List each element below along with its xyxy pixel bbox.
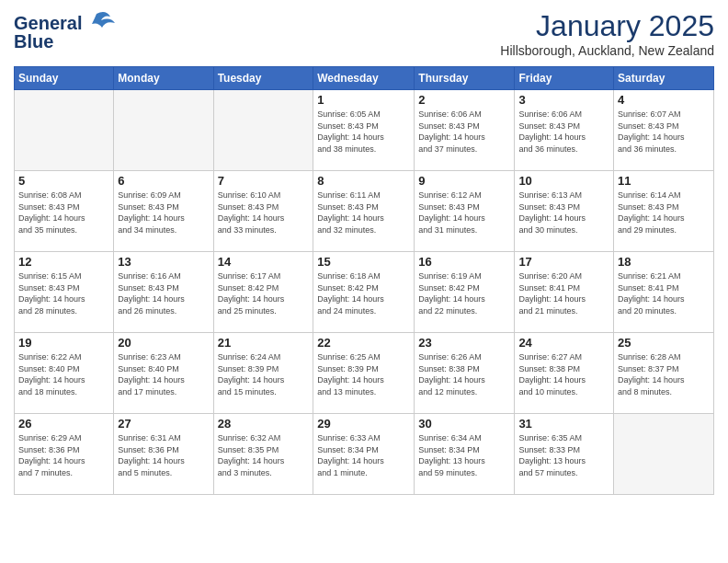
day-info: Sunrise: 6:17 AMSunset: 8:42 PMDaylight:… <box>218 270 310 316</box>
day-info: Sunrise: 6:12 AMSunset: 8:43 PMDaylight:… <box>418 190 510 236</box>
calendar-cell: 19Sunrise: 6:22 AMSunset: 8:40 PMDayligh… <box>15 333 114 414</box>
day-info: Sunrise: 6:19 AMSunset: 8:42 PMDaylight:… <box>418 270 510 316</box>
page-container: General Blue January 2025 Hillsborough, … <box>0 0 728 504</box>
calendar-cell: 31Sunrise: 6:35 AMSunset: 8:33 PMDayligh… <box>515 414 614 495</box>
day-number: 17 <box>518 255 609 269</box>
day-info: Sunrise: 6:32 AMSunset: 8:35 PMDaylight:… <box>218 432 310 478</box>
day-number: 3 <box>518 93 609 107</box>
day-number: 20 <box>118 336 209 350</box>
day-info: Sunrise: 6:06 AMSunset: 8:43 PMDaylight:… <box>518 109 609 155</box>
day-info: Sunrise: 6:29 AMSunset: 8:36 PMDaylight:… <box>18 432 109 478</box>
day-number: 21 <box>218 336 310 350</box>
day-number: 25 <box>618 336 710 350</box>
day-number: 23 <box>418 336 510 350</box>
day-info: Sunrise: 6:16 AMSunset: 8:43 PMDaylight:… <box>118 270 209 316</box>
day-number: 10 <box>518 174 609 188</box>
day-number: 9 <box>418 174 510 188</box>
day-number: 30 <box>418 417 510 431</box>
calendar-week-2: 5Sunrise: 6:08 AMSunset: 8:43 PMDaylight… <box>15 171 714 252</box>
calendar-cell: 8Sunrise: 6:11 AMSunset: 8:43 PMDaylight… <box>313 171 415 252</box>
day-number: 7 <box>218 174 310 188</box>
weekday-header-thursday: Thursday <box>415 67 515 90</box>
day-info: Sunrise: 6:05 AMSunset: 8:43 PMDaylight:… <box>317 109 410 155</box>
calendar-cell: 18Sunrise: 6:21 AMSunset: 8:41 PMDayligh… <box>614 252 714 333</box>
weekday-header-wednesday: Wednesday <box>313 67 415 90</box>
day-number: 5 <box>18 174 109 188</box>
calendar-week-1: 1Sunrise: 6:05 AMSunset: 8:43 PMDaylight… <box>15 90 714 171</box>
month-title: January 2025 <box>500 9 714 43</box>
calendar-cell: 28Sunrise: 6:32 AMSunset: 8:35 PMDayligh… <box>213 414 313 495</box>
calendar-cell: 30Sunrise: 6:34 AMSunset: 8:34 PMDayligh… <box>415 414 515 495</box>
calendar-cell: 26Sunrise: 6:29 AMSunset: 8:36 PMDayligh… <box>15 414 114 495</box>
day-info: Sunrise: 6:18 AMSunset: 8:42 PMDaylight:… <box>317 270 410 316</box>
calendar-cell: 21Sunrise: 6:24 AMSunset: 8:39 PMDayligh… <box>213 333 313 414</box>
day-number: 2 <box>418 93 510 107</box>
title-block: January 2025 Hillsborough, Auckland, New… <box>500 9 714 58</box>
calendar-cell: 27Sunrise: 6:31 AMSunset: 8:36 PMDayligh… <box>114 414 213 495</box>
calendar-cell: 1Sunrise: 6:05 AMSunset: 8:43 PMDaylight… <box>313 90 415 171</box>
calendar-cell: 22Sunrise: 6:25 AMSunset: 8:39 PMDayligh… <box>313 333 415 414</box>
calendar-cell: 5Sunrise: 6:08 AMSunset: 8:43 PMDaylight… <box>15 171 114 252</box>
day-number: 8 <box>317 174 410 188</box>
day-info: Sunrise: 6:33 AMSunset: 8:34 PMDaylight:… <box>317 432 410 478</box>
day-info: Sunrise: 6:26 AMSunset: 8:38 PMDaylight:… <box>418 351 510 397</box>
calendar-cell: 23Sunrise: 6:26 AMSunset: 8:38 PMDayligh… <box>415 333 515 414</box>
svg-text:General: General <box>14 13 82 33</box>
calendar-week-5: 26Sunrise: 6:29 AMSunset: 8:36 PMDayligh… <box>15 414 714 495</box>
day-number: 13 <box>118 255 209 269</box>
day-number: 27 <box>118 417 209 431</box>
location-subtitle: Hillsborough, Auckland, New Zealand <box>500 43 714 58</box>
day-number: 6 <box>118 174 209 188</box>
calendar-week-4: 19Sunrise: 6:22 AMSunset: 8:40 PMDayligh… <box>15 333 714 414</box>
day-number: 1 <box>317 93 410 107</box>
day-info: Sunrise: 6:09 AMSunset: 8:43 PMDaylight:… <box>118 190 209 236</box>
day-number: 28 <box>218 417 310 431</box>
calendar-cell: 20Sunrise: 6:23 AMSunset: 8:40 PMDayligh… <box>114 333 213 414</box>
day-info: Sunrise: 6:28 AMSunset: 8:37 PMDaylight:… <box>618 351 710 397</box>
calendar-cell: 4Sunrise: 6:07 AMSunset: 8:43 PMDaylight… <box>614 90 714 171</box>
calendar-cell: 24Sunrise: 6:27 AMSunset: 8:38 PMDayligh… <box>515 333 614 414</box>
day-number: 31 <box>518 417 609 431</box>
day-number: 15 <box>317 255 410 269</box>
calendar-cell: 3Sunrise: 6:06 AMSunset: 8:43 PMDaylight… <box>515 90 614 171</box>
calendar-cell <box>15 90 114 171</box>
day-info: Sunrise: 6:21 AMSunset: 8:41 PMDaylight:… <box>618 270 710 316</box>
day-number: 19 <box>18 336 109 350</box>
calendar-cell: 25Sunrise: 6:28 AMSunset: 8:37 PMDayligh… <box>614 333 714 414</box>
day-info: Sunrise: 6:15 AMSunset: 8:43 PMDaylight:… <box>18 270 109 316</box>
day-info: Sunrise: 6:08 AMSunset: 8:43 PMDaylight:… <box>18 190 109 236</box>
day-info: Sunrise: 6:35 AMSunset: 8:33 PMDaylight:… <box>518 432 609 478</box>
calendar-cell: 16Sunrise: 6:19 AMSunset: 8:42 PMDayligh… <box>415 252 515 333</box>
day-info: Sunrise: 6:34 AMSunset: 8:34 PMDaylight:… <box>418 432 510 478</box>
day-number: 24 <box>518 336 609 350</box>
header: General Blue January 2025 Hillsborough, … <box>14 9 714 59</box>
day-info: Sunrise: 6:25 AMSunset: 8:39 PMDaylight:… <box>317 351 410 397</box>
calendar-cell: 2Sunrise: 6:06 AMSunset: 8:43 PMDaylight… <box>415 90 515 171</box>
calendar-table: SundayMondayTuesdayWednesdayThursdayFrid… <box>14 66 714 495</box>
day-info: Sunrise: 6:27 AMSunset: 8:38 PMDaylight:… <box>518 351 609 397</box>
weekday-header-friday: Friday <box>515 67 614 90</box>
calendar-cell: 12Sunrise: 6:15 AMSunset: 8:43 PMDayligh… <box>15 252 114 333</box>
day-number: 14 <box>218 255 310 269</box>
calendar-cell: 15Sunrise: 6:18 AMSunset: 8:42 PMDayligh… <box>313 252 415 333</box>
calendar-cell: 14Sunrise: 6:17 AMSunset: 8:42 PMDayligh… <box>213 252 313 333</box>
day-number: 26 <box>18 417 109 431</box>
day-number: 18 <box>618 255 710 269</box>
day-number: 29 <box>317 417 410 431</box>
weekday-header-tuesday: Tuesday <box>213 67 313 90</box>
day-info: Sunrise: 6:31 AMSunset: 8:36 PMDaylight:… <box>118 432 209 478</box>
calendar-cell: 29Sunrise: 6:33 AMSunset: 8:34 PMDayligh… <box>313 414 415 495</box>
calendar-cell <box>614 414 714 495</box>
weekday-header-saturday: Saturday <box>614 67 714 90</box>
logo-text: General Blue <box>14 9 115 59</box>
day-info: Sunrise: 6:14 AMSunset: 8:43 PMDaylight:… <box>618 190 710 236</box>
day-info: Sunrise: 6:23 AMSunset: 8:40 PMDaylight:… <box>118 351 209 397</box>
day-info: Sunrise: 6:10 AMSunset: 8:43 PMDaylight:… <box>218 190 310 236</box>
calendar-week-3: 12Sunrise: 6:15 AMSunset: 8:43 PMDayligh… <box>15 252 714 333</box>
calendar-cell: 10Sunrise: 6:13 AMSunset: 8:43 PMDayligh… <box>515 171 614 252</box>
day-info: Sunrise: 6:13 AMSunset: 8:43 PMDaylight:… <box>518 190 609 236</box>
day-info: Sunrise: 6:24 AMSunset: 8:39 PMDaylight:… <box>218 351 310 397</box>
day-number: 11 <box>618 174 710 188</box>
day-info: Sunrise: 6:06 AMSunset: 8:43 PMDaylight:… <box>418 109 510 155</box>
calendar-cell <box>213 90 313 171</box>
